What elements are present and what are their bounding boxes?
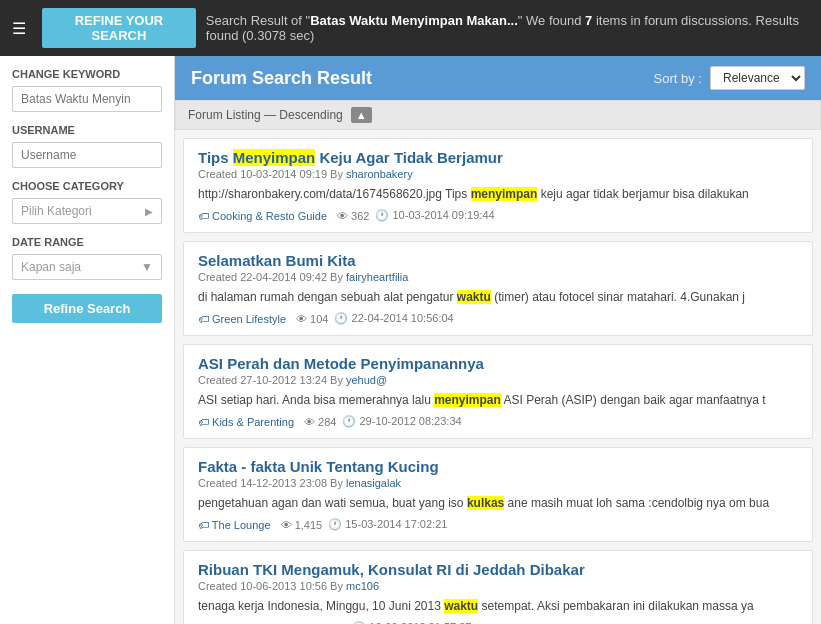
views-count: 104 [296, 313, 328, 325]
result-meta: Created 14-12-2013 23:08 By lenasigalak [198, 477, 798, 489]
username-input[interactable] [12, 142, 162, 168]
content-area: Forum Search Result Sort by : Relevance … [175, 56, 821, 624]
result-item: Fakta - fakta Unik Tentang Kucing Create… [183, 447, 813, 542]
result-item: Ribuan TKI Mengamuk, Konsulat RI di Jedd… [183, 550, 813, 624]
result-snippet: pengetahuan agan dan wati semua, buat ya… [198, 494, 798, 512]
result-snippet: ASI setiap hari. Anda bisa memerahnya la… [198, 391, 798, 409]
result-meta: Created 22-04-2014 09:42 By fairyheartfi… [198, 271, 798, 283]
search-query: Batas Waktu Menyimpan Makan... [310, 13, 518, 28]
result-title[interactable]: Selamatkan Bumi Kita [198, 252, 798, 269]
result-meta: Created 27-10-2012 13:24 By yehud@ [198, 374, 798, 386]
refine-your-search-button[interactable]: REFINE YOUR SEARCH [42, 8, 196, 48]
result-title-link[interactable]: Tips Menyimpan Keju Agar Tidak Berjamur [198, 149, 503, 166]
category-dropdown[interactable]: Pilih Kategori ▶ [12, 198, 162, 224]
tag-cooking[interactable]: Cooking & Resto Guide [198, 210, 327, 222]
result-snippet: tenaga kerja Indonesia, Minggu, 10 Juni … [198, 597, 798, 615]
tag-stats: 104 22-04-2014 10:56:04 [296, 312, 454, 325]
listing-label: Forum Listing — Descending [188, 108, 343, 122]
result-meta: Created 10-03-2014 09:19 By sharonbakery [198, 168, 798, 180]
post-date: 10-03-2014 09:19:44 [375, 209, 494, 222]
views-count: 1,415 [281, 519, 323, 531]
daterange-placeholder: Kapan saja [21, 260, 81, 274]
result-title[interactable]: ASI Perah dan Metode Penyimpanannya [198, 355, 798, 372]
page-title: Forum Search Result [191, 68, 372, 89]
result-item: Selamatkan Bumi Kita Created 22-04-2014 … [183, 241, 813, 336]
post-date: 15-03-2014 17:02:21 [328, 518, 447, 531]
sort-bar: Sort by : Relevance Date Views [654, 66, 805, 90]
highlight-waktu-2: waktu [444, 599, 478, 613]
post-date: 22-04-2014 10:56:04 [334, 312, 453, 325]
tag-stats: 362 10-03-2014 09:19:44 [337, 209, 495, 222]
keyword-section-title: CHANGE KEYWORD [12, 68, 162, 80]
result-tags: Green Lifestyle 104 22-04-2014 10:56:04 [198, 312, 798, 325]
result-snippet: http://sharonbakery.com/data/1674568620.… [198, 185, 798, 203]
tag-stats: 284 29-10-2012 08:23:34 [304, 415, 462, 428]
search-result-info: Search Result of "Batas Waktu Menyimpan … [206, 13, 809, 43]
result-title[interactable]: Ribuan TKI Mengamuk, Konsulat RI di Jedd… [198, 561, 798, 578]
views-count: 284 [304, 416, 336, 428]
chevron-down-icon: ▼ [141, 260, 153, 274]
tag-kids[interactable]: Kids & Parenting [198, 416, 294, 428]
result-meta: Created 10-06-2013 10:56 By mc106 [198, 580, 798, 592]
result-tags: The Lounge 1,415 15-03-2014 17:02:21 [198, 518, 798, 531]
highlight-menyimpan-3: menyimpan [434, 393, 501, 407]
daterange-dropdown[interactable]: Kapan saja ▼ [12, 254, 162, 280]
sort-direction-button[interactable]: ▲ [351, 107, 372, 123]
highlight-waktu: waktu [457, 290, 491, 304]
sort-label: Sort by : [654, 71, 702, 86]
result-author[interactable]: mc106 [346, 580, 379, 592]
chevron-right-icon: ▶ [145, 206, 153, 217]
highlight-menyimpan-2: menyimpan [471, 187, 538, 201]
tag-lounge[interactable]: The Lounge [198, 519, 271, 531]
refine-search-button[interactable]: Refine Search [12, 294, 162, 323]
top-bar: ☰ REFINE YOUR SEARCH Search Result of "B… [0, 0, 821, 56]
views-count: 362 [337, 210, 369, 222]
username-section-title: USERNAME [12, 124, 162, 136]
result-title[interactable]: Fakta - fakta Unik Tentang Kucing [198, 458, 798, 475]
highlight-kulkas: kulkas [467, 496, 504, 510]
result-author[interactable]: yehud@ [346, 374, 387, 386]
keyword-input[interactable] [12, 86, 162, 112]
hamburger-icon[interactable]: ☰ [12, 19, 26, 38]
result-tags: Kids & Parenting 284 29-10-2012 08:23:34 [198, 415, 798, 428]
result-author[interactable]: fairyheartfilia [346, 271, 408, 283]
content-header: Forum Search Result Sort by : Relevance … [175, 56, 821, 100]
tag-stats: 1,415 15-03-2014 17:02:21 [281, 518, 448, 531]
highlight-menyimpan: Menyimpan [233, 149, 316, 166]
results-list: Tips Menyimpan Keju Agar Tidak Berjamur … [175, 138, 821, 624]
category-section-title: CHOOSE CATEGORY [12, 180, 162, 192]
result-author[interactable]: sharonbakery [346, 168, 413, 180]
tag-green[interactable]: Green Lifestyle [198, 313, 286, 325]
sort-select[interactable]: Relevance Date Views [710, 66, 805, 90]
result-title-link[interactable]: ASI Perah dan Metode Penyimpanannya [198, 355, 484, 372]
result-tags: Cooking & Resto Guide 362 10-03-2014 09:… [198, 209, 798, 222]
result-snippet: di halaman rumah dengan sebuah alat peng… [198, 288, 798, 306]
result-title-link[interactable]: Ribuan TKI Mengamuk, Konsulat RI di Jedd… [198, 561, 585, 578]
result-author[interactable]: lenasigalak [346, 477, 401, 489]
sidebar: CHANGE KEYWORD USERNAME CHOOSE CATEGORY … [0, 56, 175, 624]
result-item: ASI Perah dan Metode Penyimpanannya Crea… [183, 344, 813, 439]
category-placeholder: Pilih Kategori [21, 204, 92, 218]
post-date: 29-10-2012 08:23:34 [342, 415, 461, 428]
daterange-section-title: DATE RANGE [12, 236, 162, 248]
result-item: Tips Menyimpan Keju Agar Tidak Berjamur … [183, 138, 813, 233]
result-title-link[interactable]: Selamatkan Bumi Kita [198, 252, 356, 269]
result-title-link[interactable]: Fakta - fakta Unik Tentang Kucing [198, 458, 439, 475]
result-title[interactable]: Tips Menyimpan Keju Agar Tidak Berjamur [198, 149, 798, 166]
listing-bar: Forum Listing — Descending ▲ [175, 100, 821, 130]
